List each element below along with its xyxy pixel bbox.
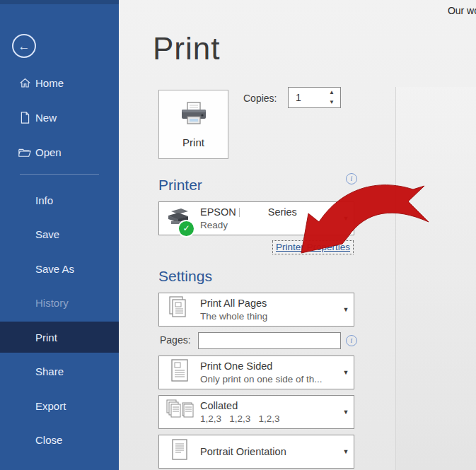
printer-name: EPSON Series [200, 206, 338, 218]
pages-input[interactable] [198, 332, 341, 349]
sidebar-item-label: New [35, 112, 57, 124]
sidebar-item-label: Open [35, 146, 62, 158]
settings-section-heading: Settings [158, 268, 212, 285]
back-button[interactable]: ← [12, 34, 36, 58]
copies-increment-button[interactable]: ▲ [327, 88, 337, 97]
duplex-dropdown[interactable]: Print One Sided Only print on one side o… [158, 356, 354, 389]
printer-info-icon[interactable]: i [346, 173, 357, 184]
one-sided-icon [170, 358, 190, 387]
pages-label: Pages: [160, 334, 191, 346]
printer-icon [178, 101, 209, 131]
sidebar-item-share[interactable]: Share [0, 360, 119, 382]
pages-info-icon[interactable]: i [346, 335, 357, 346]
portrait-icon [170, 438, 189, 465]
sidebar-item-save[interactable]: Save [0, 223, 119, 245]
copies-label: Copies: [243, 93, 277, 104]
chevron-down-icon: ▼ [338, 306, 354, 313]
preview-pane [395, 87, 476, 470]
backstage-sidebar: ← Home New Open Info Save Save As Histor… [0, 0, 119, 470]
open-folder-icon [18, 146, 31, 158]
printer-status: Ready [200, 220, 338, 230]
back-arrow-icon: ← [18, 40, 30, 52]
printer-selector-dropdown[interactable]: ✓ EPSON Series Ready ▼ [158, 201, 354, 235]
sidebar-item-open[interactable]: Open [0, 141, 119, 163]
print-range-dropdown[interactable]: Print All Pages The whole thing ▼ [158, 293, 354, 327]
printer-name-separator [239, 208, 240, 217]
chevron-down-icon: ▼ [338, 409, 354, 416]
home-icon [18, 76, 31, 89]
printer-properties-link[interactable]: Printer Properties [272, 240, 354, 254]
sidebar-item-new[interactable]: New [0, 106, 119, 129]
chevron-down-icon: ▼ [338, 215, 354, 222]
collation-dropdown[interactable]: Collated 1,2,3 1,2,3 1,2,3 ▼ [158, 395, 354, 429]
orientation-dropdown[interactable]: Portrait Orientation ▼ [158, 435, 354, 469]
print-button[interactable]: Print [158, 90, 228, 159]
printer-section-heading: Printer [158, 177, 202, 194]
document-title: Our wo [448, 5, 476, 16]
new-document-icon [18, 111, 31, 124]
page-title: Print [153, 31, 220, 66]
chevron-down-icon: ▼ [338, 448, 354, 455]
sidebar-item-save-as[interactable]: Save As [0, 257, 119, 280]
printer-ready-check-icon: ✓ [178, 220, 195, 237]
sidebar-item-export[interactable]: Export [0, 394, 119, 417]
sidebar-item-home[interactable]: Home [0, 71, 119, 94]
print-button-label: Print [182, 136, 204, 148]
sidebar-item-print[interactable]: Print [0, 322, 119, 353]
copies-input[interactable] [294, 89, 324, 106]
all-pages-icon [168, 295, 191, 324]
collated-icon [166, 399, 194, 425]
copies-decrement-button[interactable]: ▼ [327, 98, 337, 107]
sidebar-item-label: Home [35, 77, 64, 89]
sidebar-item-history: History [0, 291, 119, 314]
copies-stepper: ▲ ▼ [288, 87, 341, 108]
chevron-down-icon: ▼ [338, 369, 354, 376]
sidebar-divider [20, 174, 99, 175]
sidebar-item-info[interactable]: Info [0, 189, 119, 211]
sidebar-item-close[interactable]: Close [0, 428, 119, 451]
